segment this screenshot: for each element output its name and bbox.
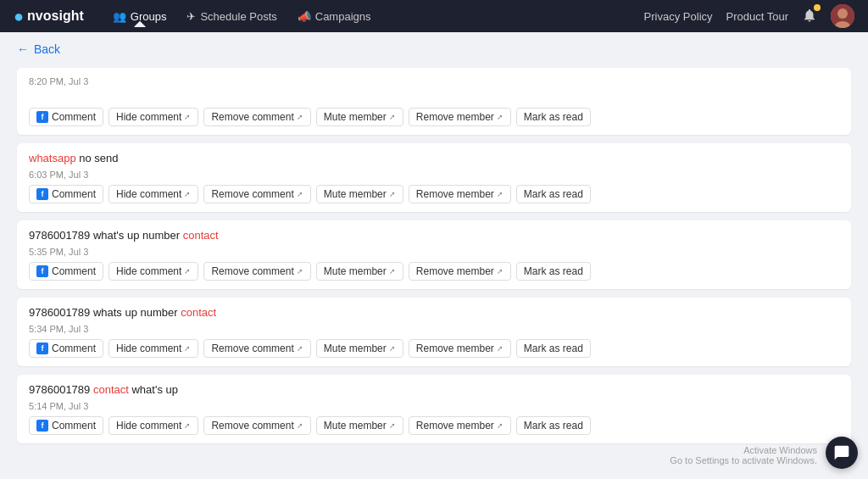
comment-timestamp: 5:14 PM, Jul 3 [29, 401, 839, 411]
mute-member-label: Mute member [324, 420, 387, 432]
navbar-nav: 👥 Groups ✈ Schedule Posts 📣 Campaigns [104, 7, 380, 26]
campaigns-icon: 📣 [298, 10, 311, 23]
comment-label: Comment [52, 343, 96, 354]
remove-member-label: Remove member [416, 188, 494, 200]
mute-member-button[interactable]: Mute member ➚ [316, 185, 403, 203]
mark-read-label: Mark as read [524, 111, 583, 123]
mark-read-label: Mark as read [524, 420, 583, 432]
comment-button[interactable]: f Comment [29, 416, 103, 435]
remove-member-button[interactable]: Remove member ➚ [409, 185, 511, 203]
bell-badge [814, 4, 821, 11]
comment-card: 9786001789 whats up number contact 5:34 … [17, 298, 851, 366]
remove-member-label: Remove member [416, 343, 494, 354]
hide-comment-label: Hide comment [116, 343, 181, 354]
mark-as-read-button[interactable]: Mark as read [516, 262, 591, 281]
mark-as-read-button[interactable]: Mark as read [516, 339, 591, 358]
external-icon: ➚ [184, 344, 191, 353]
hide-comment-label: Hide comment [116, 188, 181, 200]
user-avatar[interactable] [831, 4, 854, 28]
comment-text-part: 9786001789 whats up number [29, 306, 181, 319]
groups-icon: 👥 [113, 10, 126, 23]
comment-button[interactable]: f Comment [29, 262, 103, 281]
external-icon: ➚ [184, 190, 191, 198]
mute-member-button[interactable]: Mute member ➚ [316, 262, 403, 281]
comment-card: 9786001789 contact what's up 5:14 PM, Ju… [17, 375, 851, 443]
bell-icon[interactable] [802, 8, 817, 25]
comment-timestamp: 6:03 PM, Jul 3 [29, 170, 839, 180]
hide-comment-label: Hide comment [116, 420, 181, 432]
hide-comment-button[interactable]: Hide comment ➚ [108, 108, 198, 126]
hide-comment-button[interactable]: Hide comment ➚ [108, 185, 198, 203]
remove-member-button[interactable]: Remove member ➚ [409, 262, 511, 281]
comment-button[interactable]: f Comment [29, 185, 103, 203]
external-icon: ➚ [297, 190, 303, 198]
remove-comment-button[interactable]: Remove comment ➚ [203, 108, 310, 126]
comment-timestamp: 5:35 PM, Jul 3 [29, 247, 839, 257]
svg-point-1 [837, 8, 848, 19]
remove-member-button[interactable]: Remove member ➚ [409, 108, 511, 126]
comment-timestamp: 8:20 PM, Jul 3 [29, 76, 839, 86]
mute-member-button[interactable]: Mute member ➚ [316, 416, 403, 435]
highlight-contact: contact [93, 383, 129, 396]
remove-comment-button[interactable]: Remove comment ➚ [203, 262, 310, 281]
external-icon: ➚ [297, 421, 303, 430]
comment-card: whatsapp no send 6:03 PM, Jul 3 f Commen… [17, 143, 851, 212]
comment-button[interactable]: f Comment [29, 108, 103, 126]
comment-text [29, 90, 839, 103]
product-tour-link[interactable]: Product Tour [726, 10, 788, 23]
remove-comment-button[interactable]: Remove comment ➚ [203, 339, 310, 358]
back-arrow-icon: ← [17, 42, 29, 56]
remove-member-button[interactable]: Remove member ➚ [409, 416, 511, 435]
mute-member-button[interactable]: Mute member ➚ [316, 108, 403, 126]
comment-text: whatsapp no send [29, 152, 839, 164]
privacy-link[interactable]: Privacy Policy [644, 10, 713, 23]
chat-bubble[interactable] [826, 437, 858, 469]
back-button[interactable]: ← Back [17, 42, 60, 56]
nav-schedule[interactable]: ✈ Schedule Posts [178, 7, 285, 26]
mark-as-read-button[interactable]: Mark as read [516, 108, 591, 126]
remove-comment-label: Remove comment [211, 343, 293, 354]
mute-member-label: Mute member [324, 265, 387, 277]
mark-as-read-button[interactable]: Mark as read [516, 416, 591, 435]
external-icon: ➚ [497, 421, 504, 430]
comment-text-part: 9786001789 what's up number [29, 229, 183, 242]
remove-comment-button[interactable]: Remove comment ➚ [203, 185, 310, 203]
nav-groups[interactable]: 👥 Groups [104, 7, 175, 26]
page-content: ← Back 8:20 PM, Jul 3 f Comment Hide com… [0, 32, 868, 479]
external-icon: ➚ [497, 113, 504, 121]
comment-text: 9786001789 what's up number contact [29, 229, 839, 242]
comment-button[interactable]: f Comment [29, 339, 103, 358]
mark-read-label: Mark as read [524, 343, 583, 354]
hide-comment-button[interactable]: Hide comment ➚ [108, 262, 198, 281]
mark-read-label: Mark as read [524, 265, 583, 277]
remove-comment-label: Remove comment [211, 188, 293, 200]
remove-comment-label: Remove comment [211, 265, 293, 277]
back-label: Back [34, 42, 60, 56]
external-icon: ➚ [184, 421, 191, 430]
remove-member-button[interactable]: Remove member ➚ [409, 339, 511, 358]
comment-label: Comment [52, 188, 96, 200]
external-icon: ➚ [389, 344, 396, 353]
remove-comment-button[interactable]: Remove comment ➚ [203, 416, 310, 435]
comment-timestamp: 5:34 PM, Jul 3 [29, 324, 839, 334]
navbar-right: Privacy Policy Product Tour [644, 4, 854, 28]
nav-campaigns[interactable]: 📣 Campaigns [289, 7, 380, 26]
nav-groups-wrap: 👥 Groups [104, 7, 175, 26]
comment-label: Comment [52, 420, 96, 432]
hide-comment-button[interactable]: Hide comment ➚ [108, 339, 198, 358]
comment-label: Comment [52, 111, 96, 123]
highlight-whatsapp: whatsapp [29, 152, 76, 164]
brand-logo[interactable]: ● nvosight [14, 7, 84, 26]
mark-as-read-button[interactable]: Mark as read [516, 185, 591, 203]
external-icon: ➚ [297, 344, 303, 353]
mute-member-label: Mute member [324, 188, 387, 200]
nav-schedule-wrap: ✈ Schedule Posts [178, 7, 285, 26]
facebook-icon: f [36, 420, 48, 432]
facebook-icon: f [36, 343, 48, 354]
mute-member-label: Mute member [324, 111, 387, 123]
action-row: f Comment Hide comment ➚ Remove comment … [29, 416, 839, 435]
mute-member-button[interactable]: Mute member ➚ [316, 339, 403, 358]
comment-card: 8:20 PM, Jul 3 f Comment Hide comment ➚ … [17, 68, 851, 135]
mark-read-label: Mark as read [524, 188, 583, 200]
hide-comment-button[interactable]: Hide comment ➚ [108, 416, 198, 435]
